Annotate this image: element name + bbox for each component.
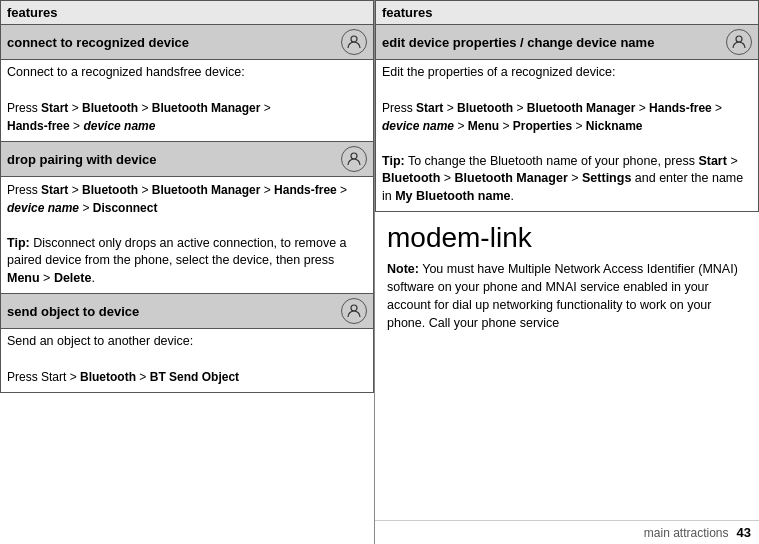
connect-header-label: connect to recognized device [7,35,189,50]
send-section-content: Send an object to another device: Press … [1,329,374,393]
right-column: features edit device properties / change… [375,0,759,544]
left-column: features connect to recognized device [0,0,375,544]
drop-header-label: drop pairing with device [7,152,157,167]
edit-path: Press Start > Bluetooth > Bluetooth Mana… [382,99,752,135]
send-description: Send an object to another device: [7,333,367,351]
connect-path: Press Start > Bluetooth > Bluetooth Mana… [7,99,367,135]
svg-point-1 [351,153,357,159]
left-table-header: features [1,1,374,25]
connect-section-content-row: Connect to a recognized handsfree device… [1,60,374,142]
left-features-table: features connect to recognized device [0,0,374,393]
drop-section-content-row: Press Start > Bluetooth > Bluetooth Mana… [1,177,374,294]
send-section-header-row: send object to device [1,294,374,329]
send-section-content-row: Send an object to another device: Press … [1,329,374,393]
modem-note: Note: You must have Multiple Network Acc… [387,260,747,333]
connect-section-content: Connect to a recognized handsfree device… [1,60,374,142]
send-section-header-cell: send object to device [1,294,374,329]
footer-page-number: 43 [737,525,751,540]
edit-header-label: edit device properties / change device n… [382,35,726,50]
right-table-header-row: features [376,1,759,25]
drop-icon [341,146,367,172]
connect-section-header-row: connect to recognized device [1,25,374,60]
drop-section-header-cell: drop pairing with device [1,142,374,177]
connect-description: Connect to a recognized handsfree device… [7,64,367,82]
modem-note-label: Note: [387,262,419,276]
svg-point-2 [351,305,357,311]
drop-tip: Tip: Disconnect only drops an active con… [7,235,367,288]
footer-label: main attractions [644,526,729,540]
page-container: features connect to recognized device [0,0,759,544]
edit-section-header-row: edit device properties / change device n… [376,25,759,60]
send-icon [341,298,367,324]
svg-point-3 [736,36,742,42]
edit-icon [726,29,752,55]
edit-tip: Tip: To change the Bluetooth name of you… [382,153,752,206]
connect-section-header-cell: connect to recognized device [1,25,374,60]
page-footer: main attractions 43 [375,520,759,544]
modem-note-text: You must have Multiple Network Access Id… [387,262,738,330]
edit-section-header-cell: edit device properties / change device n… [376,25,759,60]
right-table-header: features [376,1,759,25]
modem-section: modem-link Note: You must have Multiple … [375,212,759,520]
drop-section-content: Press Start > Bluetooth > Bluetooth Mana… [1,177,374,294]
edit-description: Edit the properties of a recognized devi… [382,64,752,82]
send-path: Press Start > Bluetooth > BT Send Object [7,368,367,386]
modem-title: modem-link [387,222,747,254]
right-features-table: features edit device properties / change… [375,0,759,212]
edit-section-content: Edit the properties of a recognized devi… [376,60,759,212]
svg-point-0 [351,36,357,42]
edit-section-content-row: Edit the properties of a recognized devi… [376,60,759,212]
table-header-row: features [1,1,374,25]
send-header-label: send object to device [7,304,139,319]
drop-section-header-row: drop pairing with device [1,142,374,177]
drop-path: Press Start > Bluetooth > Bluetooth Mana… [7,181,367,217]
connect-icon [341,29,367,55]
